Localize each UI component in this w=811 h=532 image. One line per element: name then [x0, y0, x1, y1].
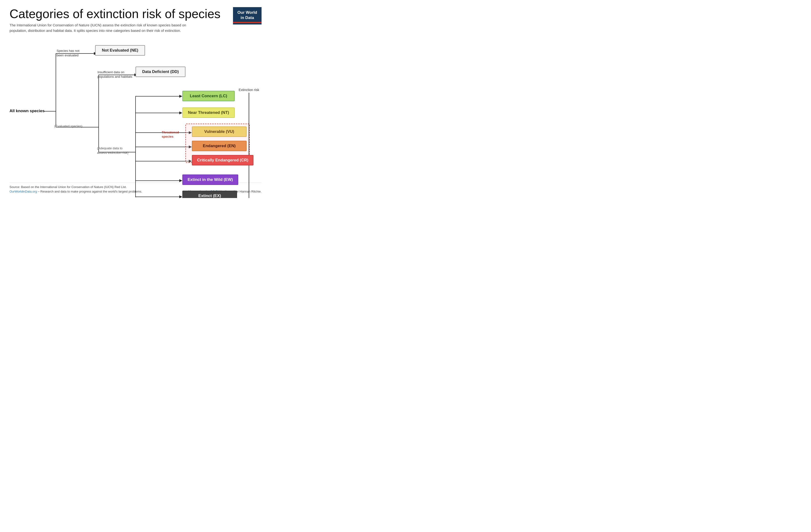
adequate-label: (Adequate data toassess extinction risk) [97, 146, 128, 155]
not-evaluated-label: Species has notbeen evaluated [57, 49, 79, 58]
extinction-risk-label: Extinction risk [239, 88, 259, 92]
svg-marker-13 [179, 95, 182, 98]
footer-source: Source: Based on the International Union… [10, 185, 262, 189]
category-ex: Extinct (EX) [182, 191, 237, 198]
category-dd: Data Deficient (DD) [136, 66, 185, 77]
owid-logo: Our World in Data [233, 7, 262, 25]
page-title: Categories of extinction risk of species [10, 7, 228, 21]
title-block: Categories of extinction risk of species… [10, 7, 228, 33]
extinction-arrow-svg [247, 93, 251, 198]
owid-link[interactable]: OurWorldinData.org [10, 190, 37, 193]
diagram: All known species Species has notbeen ev… [10, 38, 262, 178]
category-en: Endangered (EN) [192, 141, 247, 151]
svg-marker-23 [179, 179, 182, 182]
header: Categories of extinction risk of species… [10, 7, 262, 33]
subtitle: The International Union for Conservation… [10, 22, 188, 33]
category-lc: Least Concern (LC) [182, 91, 235, 101]
footer-owid: OurWorldinData.org – Research and data t… [10, 190, 142, 193]
category-ew: Extinct in the Wild (EW) [182, 174, 238, 185]
evaluated-label: (Evaluated species) [54, 124, 82, 129]
all-species-label: All known species [10, 108, 44, 114]
owid-logo-line1: Our World [238, 10, 257, 15]
svg-marker-15 [179, 111, 182, 114]
category-nt: Near Threatened (NT) [182, 107, 235, 118]
insufficient-label: Insufficient data onpopulations and habi… [97, 70, 132, 79]
owid-logo-line2: in Data [241, 15, 254, 20]
category-cr: Critically Endangered (CR) [192, 155, 254, 166]
threatened-label: Threatenedspecies [162, 130, 179, 139]
owid-suffix: – Research and data to make progress aga… [37, 190, 142, 193]
svg-marker-25 [179, 195, 182, 198]
category-vu: Vulnerable (VU) [192, 126, 247, 137]
category-ne: Not Evaluated (NE) [95, 45, 145, 56]
